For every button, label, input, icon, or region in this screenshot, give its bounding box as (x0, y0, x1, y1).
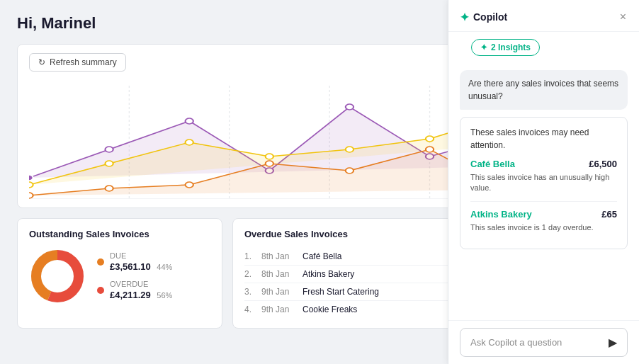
svg-point-11 (346, 104, 354, 110)
due-dot (97, 258, 104, 266)
invoice-amount: £6,500 (589, 159, 617, 169)
copilot-header: ✦ Copilot × (448, 0, 639, 32)
close-icon: × (620, 11, 626, 23)
copilot-title-text: Copilot (473, 11, 507, 23)
insights-badge-wrapper: ✦ 2 Insights (448, 32, 639, 63)
row-num: 3. (244, 287, 256, 297)
due-label: DUE (110, 251, 172, 260)
row-date: 9th Jan (261, 287, 297, 297)
due-info: DUE £3,561.10 44% (110, 251, 172, 273)
svg-point-18 (186, 140, 193, 145)
donut-chart (29, 248, 86, 305)
invoice-header: Atkins Bakery £65 (470, 209, 617, 220)
copilot-footer: Ask Copilot a question ▶ (448, 320, 639, 364)
row-date: 8th Jan (261, 251, 297, 261)
overdue-amount: £4,211.29 (110, 290, 151, 300)
ask-input-row[interactable]: Ask Copilot a question ▶ (460, 328, 628, 357)
refresh-icon: ↻ (38, 57, 45, 67)
invoice-description: This sales invoice has an unusually high… (470, 172, 617, 194)
overdue-legend-item: OVERDUE £4,211.29 56% (97, 280, 172, 301)
svg-point-25 (29, 193, 33, 198)
svg-point-29 (346, 168, 354, 174)
invoice-header: Café Bella £6,500 (470, 159, 617, 169)
svg-point-9 (186, 118, 193, 124)
svg-point-7 (29, 175, 33, 181)
insights-badge-text: 2 Insights (491, 42, 531, 52)
svg-point-21 (426, 136, 434, 142)
invoice-list: Café Bella £6,500 This sales invoice has… (470, 159, 617, 233)
insights-badge[interactable]: ✦ 2 Insights (471, 39, 540, 56)
ask-placeholder: Ask Copilot a question (470, 337, 562, 348)
invoice-amount: £65 (601, 209, 617, 220)
copilot-panel: ✦ Copilot × ✦ 2 Insights Are there any s… (448, 0, 639, 364)
row-num: 2. (244, 269, 256, 279)
overdue-pct: 56% (157, 291, 172, 300)
legend: DUE £3,561.10 44% OVERDUE £4,211 (97, 251, 172, 301)
overdue-dot (97, 287, 104, 294)
due-amount-row: £3,561.10 44% (110, 260, 172, 273)
response-intro: These sales invoices may need attention. (470, 126, 617, 152)
close-button[interactable]: × (618, 10, 628, 24)
svg-point-30 (426, 147, 434, 152)
copilot-logo-icon: ✦ (460, 11, 469, 24)
svg-point-26 (105, 186, 113, 191)
svg-point-17 (105, 161, 113, 166)
question-bubble: Are there any sales invoices that seems … (460, 70, 628, 110)
invoice-item: Café Bella £6,500 This sales invoice has… (470, 159, 617, 194)
row-date: 8th Jan (261, 269, 297, 279)
outstanding-panel: Outstanding Sales Invoices (17, 218, 222, 329)
svg-point-27 (186, 182, 193, 188)
invoice-divider (470, 201, 617, 202)
svg-point-16 (29, 182, 33, 188)
row-date: 9th Jan (261, 305, 297, 314)
invoice-item: Atkins Bakery £65 This sales invoice is … (470, 209, 617, 233)
svg-point-20 (346, 147, 354, 152)
question-text: Are there any sales invoices that seems … (468, 79, 618, 101)
invoice-name-link[interactable]: Atkins Bakery (470, 209, 532, 220)
response-card: These sales invoices may need attention.… (460, 117, 628, 249)
refresh-label: Refresh summary (50, 57, 117, 67)
due-amount: £3,561.10 (110, 261, 151, 272)
invoice-description: This sales invoice is 1 day overdue. (470, 222, 617, 233)
svg-point-28 (266, 161, 273, 166)
send-icon: ▶ (609, 336, 617, 349)
overdue-label: OVERDUE (110, 280, 172, 288)
due-legend-item: DUE £3,561.10 44% (97, 251, 172, 273)
due-pct: 44% (157, 263, 172, 271)
outstanding-title: Outstanding Sales Invoices (29, 229, 210, 239)
copilot-title: ✦ Copilot (460, 11, 507, 24)
copilot-body: Are there any sales invoices that seems … (448, 63, 639, 320)
overdue-amount-row: £4,211.29 56% (110, 288, 172, 301)
svg-point-19 (266, 154, 273, 159)
row-num: 4. (244, 305, 256, 314)
refresh-button[interactable]: ↻ Refresh summary (29, 53, 126, 72)
spark-icon: ✦ (480, 42, 487, 52)
svg-point-8 (105, 147, 113, 152)
overdue-info: OVERDUE £4,211.29 56% (110, 280, 172, 301)
invoice-name-link[interactable]: Café Bella (470, 159, 515, 169)
row-num: 1. (244, 251, 256, 261)
donut-area: DUE £3,561.10 44% OVERDUE £4,211 (29, 248, 210, 305)
